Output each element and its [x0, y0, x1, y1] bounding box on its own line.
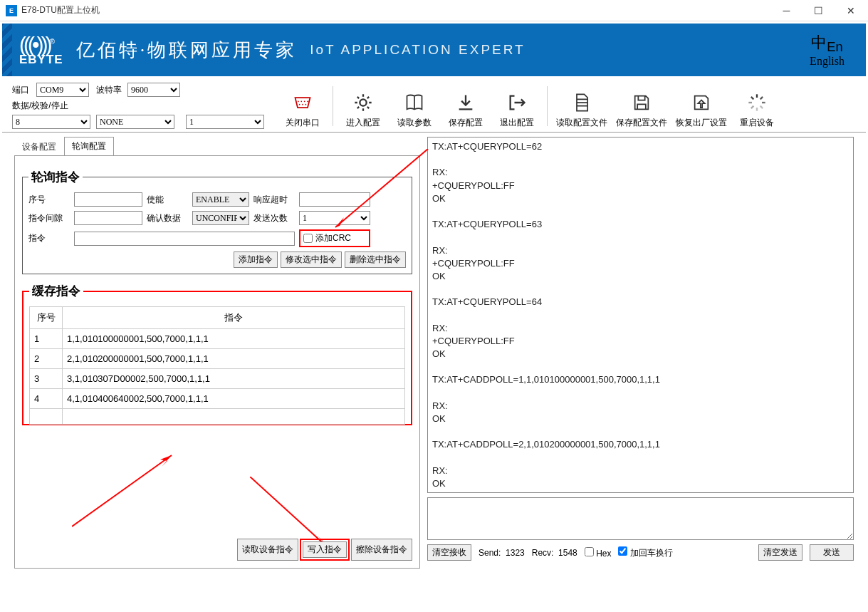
file-read-icon	[572, 93, 592, 113]
toolbar: 端口 COM9 波特率 9600 数据/校验/停止 8 NONE 1 关闭串口 …	[2, 78, 866, 133]
reboot-button[interactable]: 重启设备	[731, 83, 783, 129]
svg-line-15	[751, 105, 754, 108]
recv-count-label: Recv: 1548	[532, 548, 577, 558]
table-row[interactable]: 44,1,010400640002,500,7000,1,1,1	[30, 389, 405, 409]
col-cmd: 指令	[63, 307, 405, 329]
tab-poll[interactable]: 轮询配置	[64, 137, 114, 155]
tagline: 亿佰特·物联网应用专家	[76, 38, 298, 63]
svg-line-12	[751, 96, 754, 99]
write-cmd-button[interactable]: 写入指令	[303, 541, 347, 558]
modify-cmd-button[interactable]: 修改选中指令	[281, 251, 342, 268]
crc-checkbox-wrap[interactable]: 添加CRC	[299, 229, 370, 247]
tagline-en: IoT APPLICATION EXPERT	[310, 42, 525, 58]
svg-point-2	[304, 100, 305, 102]
svg-point-7	[360, 99, 366, 105]
close-port-button[interactable]: 关闭串口	[277, 83, 328, 129]
enable-label: 使能	[147, 194, 188, 206]
timeout-input[interactable]	[299, 192, 370, 207]
cmd-label: 指令	[28, 232, 70, 244]
logo-text: EBYTE	[19, 53, 63, 67]
seq-label: 序号	[28, 194, 70, 206]
save-config-button[interactable]: 保存配置	[440, 83, 491, 129]
clear-send-button[interactable]: 清空发送	[758, 544, 802, 561]
maximize-button[interactable]: ☐	[802, 0, 835, 21]
banner-stripe	[2, 24, 12, 76]
log-output[interactable]: TX:AT+CQUERYPOLL=62 RX: +CQUERYPOLL:FF O…	[427, 137, 854, 493]
svg-point-1	[300, 100, 302, 102]
svg-point-5	[302, 103, 303, 105]
restore-button[interactable]: 恢复出厂设置	[671, 83, 731, 129]
confirm-label: 确认数据	[147, 212, 188, 224]
svg-point-3	[307, 100, 308, 102]
poll-command-group: 轮询指令 序号 使能 ENABLE 响应超时 指令间隙 确认数据 UNCONFI…	[22, 169, 412, 274]
close-button[interactable]: ✕	[835, 0, 867, 21]
logo: (((•)))® EBYTE	[19, 33, 63, 67]
hex-checkbox[interactable]: Hex	[585, 547, 612, 559]
banner: (((•)))® EBYTE 亿佰特·物联网应用专家 IoT APPLICATI…	[2, 24, 866, 76]
interval-input[interactable]	[74, 211, 142, 225]
svg-point-4	[299, 103, 300, 105]
poll-legend: 轮询指令	[28, 169, 83, 185]
tab-body: 轮询指令 序号 使能 ENABLE 响应超时 指令间隙 确认数据 UNCONFI…	[14, 155, 420, 569]
send-button[interactable]: 发送	[810, 544, 854, 561]
svg-line-13	[760, 105, 763, 108]
crlf-checkbox[interactable]: 加回车换行	[618, 546, 672, 559]
window-title: E78-DTU配置上位机	[21, 4, 770, 16]
send-textarea[interactable]	[427, 497, 854, 540]
svg-marker-19	[160, 455, 172, 467]
tab-device[interactable]: 设备配置	[14, 138, 64, 156]
delete-cmd-button[interactable]: 删除选中指令	[345, 251, 406, 268]
serial-port-icon	[293, 93, 313, 113]
table-row[interactable]: 22,1,010200000001,500,7000,1,1,1	[30, 349, 405, 369]
serial-settings: 端口 COM9 波特率 9600 数据/校验/停止 8 NONE 1	[12, 83, 264, 129]
count-select[interactable]: 1	[299, 211, 370, 225]
loading-icon	[747, 93, 767, 113]
baud-label: 波特率	[96, 84, 122, 96]
col-num: 序号	[30, 307, 63, 329]
app-icon: E	[6, 5, 17, 16]
confirm-select[interactable]: UNCONFIRM	[192, 211, 249, 225]
status-row: 清空接收 Send: 1323 Recv: 1548 Hex 加回车换行 清空发…	[427, 544, 854, 561]
svg-line-20	[250, 477, 328, 548]
seq-input[interactable]	[74, 192, 142, 207]
send-count-label: Send: 1323	[479, 548, 525, 558]
exit-config-button[interactable]: 退出配置	[491, 83, 543, 129]
erase-device-button[interactable]: 擦除设备指令	[351, 539, 412, 561]
enable-select[interactable]: ENABLE	[192, 192, 249, 207]
stopbits-select[interactable]: 1	[186, 115, 264, 129]
read-param-button[interactable]: 读取参数	[389, 83, 440, 129]
svg-line-18	[72, 455, 172, 527]
port-label: 端口	[12, 84, 31, 96]
gear-icon	[353, 93, 373, 113]
titlebar: E E78-DTU配置上位机 ─ ☐ ✕	[0, 0, 868, 21]
floppy-icon	[632, 93, 652, 113]
clear-recv-button[interactable]: 清空接收	[427, 544, 471, 561]
svg-point-6	[305, 103, 307, 105]
count-label: 发送次数	[253, 212, 295, 224]
baud-select[interactable]: 9600	[127, 83, 180, 97]
book-icon	[404, 93, 424, 113]
databits-select[interactable]: 8	[12, 115, 90, 129]
bottom-buttons: 读取设备指令 写入指令 擦除设备指令	[237, 539, 412, 561]
exit-icon	[507, 93, 527, 113]
restore-icon	[691, 93, 711, 113]
table-row[interactable]: 33,1,010307D00002,500,7000,1,1,1	[30, 369, 405, 389]
svg-line-14	[760, 96, 763, 99]
crc-checkbox[interactable]	[303, 234, 313, 243]
download-icon	[456, 93, 476, 113]
enter-config-button[interactable]: 进入配置	[338, 83, 389, 129]
read-file-button[interactable]: 读取配置文件	[552, 83, 612, 129]
cache-legend: 缓存指令	[29, 283, 83, 299]
cache-table[interactable]: 序号 指令 11,1,010100000001,500,7000,1,1,122…	[29, 306, 405, 425]
table-row[interactable]: 11,1,010100000001,500,7000,1,1,1	[30, 329, 405, 349]
minimize-button[interactable]: ─	[770, 0, 802, 21]
add-cmd-button[interactable]: 添加指令	[234, 251, 278, 268]
parity-select[interactable]: NONE	[96, 115, 174, 129]
cache-group: 缓存指令 序号 指令 11,1,010100000001,500,7000,1,…	[22, 283, 412, 425]
language-switch[interactable]: 中En English	[810, 32, 845, 68]
save-file-button[interactable]: 保存配置文件	[612, 83, 671, 129]
timeout-label: 响应超时	[253, 194, 295, 206]
read-device-button[interactable]: 读取设备指令	[237, 539, 298, 561]
cmd-input[interactable]	[74, 232, 295, 246]
port-select[interactable]: COM9	[36, 83, 89, 97]
